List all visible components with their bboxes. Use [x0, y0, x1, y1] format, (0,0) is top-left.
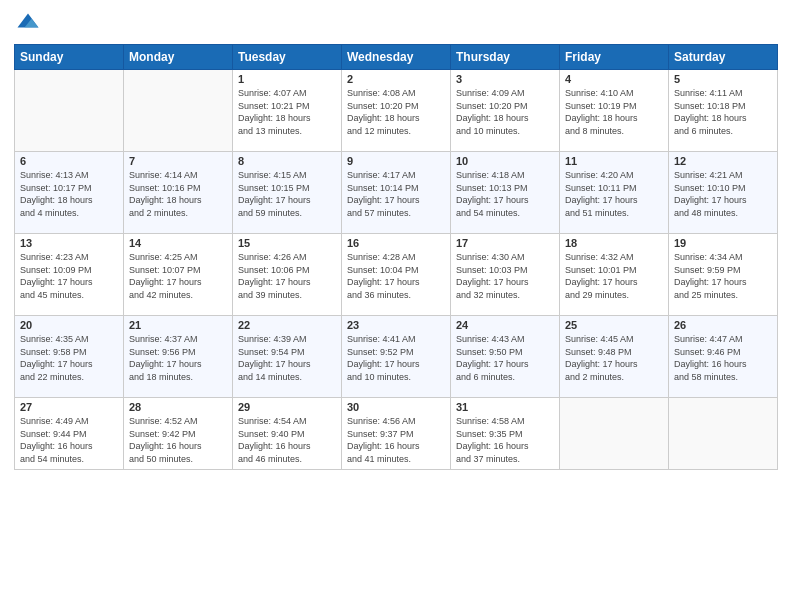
- day-info: Sunrise: 4:20 AM Sunset: 10:11 PM Daylig…: [565, 169, 663, 219]
- calendar-table: SundayMondayTuesdayWednesdayThursdayFrid…: [14, 44, 778, 470]
- calendar-day-cell: 21Sunrise: 4:37 AM Sunset: 9:56 PM Dayli…: [124, 316, 233, 398]
- day-number: 21: [129, 319, 227, 331]
- day-number: 5: [674, 73, 772, 85]
- day-info: Sunrise: 4:45 AM Sunset: 9:48 PM Dayligh…: [565, 333, 663, 383]
- day-number: 22: [238, 319, 336, 331]
- page: SundayMondayTuesdayWednesdayThursdayFrid…: [0, 0, 792, 612]
- day-info: Sunrise: 4:32 AM Sunset: 10:01 PM Daylig…: [565, 251, 663, 301]
- day-info: Sunrise: 4:30 AM Sunset: 10:03 PM Daylig…: [456, 251, 554, 301]
- calendar-day-cell: 30Sunrise: 4:56 AM Sunset: 9:37 PM Dayli…: [342, 398, 451, 470]
- day-info: Sunrise: 4:52 AM Sunset: 9:42 PM Dayligh…: [129, 415, 227, 465]
- day-info: Sunrise: 4:26 AM Sunset: 10:06 PM Daylig…: [238, 251, 336, 301]
- calendar-day-cell: 23Sunrise: 4:41 AM Sunset: 9:52 PM Dayli…: [342, 316, 451, 398]
- calendar-day-cell: 31Sunrise: 4:58 AM Sunset: 9:35 PM Dayli…: [451, 398, 560, 470]
- day-number: 7: [129, 155, 227, 167]
- day-info: Sunrise: 4:35 AM Sunset: 9:58 PM Dayligh…: [20, 333, 118, 383]
- calendar-day-cell: [560, 398, 669, 470]
- day-number: 16: [347, 237, 445, 249]
- day-info: Sunrise: 4:56 AM Sunset: 9:37 PM Dayligh…: [347, 415, 445, 465]
- day-info: Sunrise: 4:21 AM Sunset: 10:10 PM Daylig…: [674, 169, 772, 219]
- day-info: Sunrise: 4:07 AM Sunset: 10:21 PM Daylig…: [238, 87, 336, 137]
- day-info: Sunrise: 4:28 AM Sunset: 10:04 PM Daylig…: [347, 251, 445, 301]
- calendar-day-cell: 4Sunrise: 4:10 AM Sunset: 10:19 PM Dayli…: [560, 70, 669, 152]
- day-info: Sunrise: 4:17 AM Sunset: 10:14 PM Daylig…: [347, 169, 445, 219]
- day-number: 24: [456, 319, 554, 331]
- day-number: 20: [20, 319, 118, 331]
- calendar-day-cell: 22Sunrise: 4:39 AM Sunset: 9:54 PM Dayli…: [233, 316, 342, 398]
- day-info: Sunrise: 4:15 AM Sunset: 10:15 PM Daylig…: [238, 169, 336, 219]
- day-number: 27: [20, 401, 118, 413]
- day-number: 14: [129, 237, 227, 249]
- day-number: 30: [347, 401, 445, 413]
- calendar-day-cell: [15, 70, 124, 152]
- calendar-day-cell: 12Sunrise: 4:21 AM Sunset: 10:10 PM Dayl…: [669, 152, 778, 234]
- calendar-day-cell: [669, 398, 778, 470]
- day-number: 11: [565, 155, 663, 167]
- calendar-day-cell: 8Sunrise: 4:15 AM Sunset: 10:15 PM Dayli…: [233, 152, 342, 234]
- day-info: Sunrise: 4:10 AM Sunset: 10:19 PM Daylig…: [565, 87, 663, 137]
- day-number: 17: [456, 237, 554, 249]
- calendar-day-cell: 27Sunrise: 4:49 AM Sunset: 9:44 PM Dayli…: [15, 398, 124, 470]
- calendar-day-cell: [124, 70, 233, 152]
- calendar-day-cell: 16Sunrise: 4:28 AM Sunset: 10:04 PM Dayl…: [342, 234, 451, 316]
- day-info: Sunrise: 4:23 AM Sunset: 10:09 PM Daylig…: [20, 251, 118, 301]
- day-number: 3: [456, 73, 554, 85]
- calendar-day-cell: 10Sunrise: 4:18 AM Sunset: 10:13 PM Dayl…: [451, 152, 560, 234]
- day-number: 8: [238, 155, 336, 167]
- calendar-day-cell: 29Sunrise: 4:54 AM Sunset: 9:40 PM Dayli…: [233, 398, 342, 470]
- weekday-header-sunday: Sunday: [15, 45, 124, 70]
- day-number: 29: [238, 401, 336, 413]
- calendar-day-cell: 28Sunrise: 4:52 AM Sunset: 9:42 PM Dayli…: [124, 398, 233, 470]
- calendar-day-cell: 24Sunrise: 4:43 AM Sunset: 9:50 PM Dayli…: [451, 316, 560, 398]
- day-number: 12: [674, 155, 772, 167]
- day-info: Sunrise: 4:14 AM Sunset: 10:16 PM Daylig…: [129, 169, 227, 219]
- calendar-day-cell: 1Sunrise: 4:07 AM Sunset: 10:21 PM Dayli…: [233, 70, 342, 152]
- calendar-day-cell: 5Sunrise: 4:11 AM Sunset: 10:18 PM Dayli…: [669, 70, 778, 152]
- day-number: 23: [347, 319, 445, 331]
- calendar-week-row: 20Sunrise: 4:35 AM Sunset: 9:58 PM Dayli…: [15, 316, 778, 398]
- day-number: 15: [238, 237, 336, 249]
- calendar-day-cell: 18Sunrise: 4:32 AM Sunset: 10:01 PM Dayl…: [560, 234, 669, 316]
- calendar-day-cell: 6Sunrise: 4:13 AM Sunset: 10:17 PM Dayli…: [15, 152, 124, 234]
- header: [14, 10, 778, 38]
- day-number: 25: [565, 319, 663, 331]
- day-number: 26: [674, 319, 772, 331]
- calendar-day-cell: 11Sunrise: 4:20 AM Sunset: 10:11 PM Dayl…: [560, 152, 669, 234]
- calendar-day-cell: 3Sunrise: 4:09 AM Sunset: 10:20 PM Dayli…: [451, 70, 560, 152]
- day-info: Sunrise: 4:18 AM Sunset: 10:13 PM Daylig…: [456, 169, 554, 219]
- day-number: 10: [456, 155, 554, 167]
- day-number: 6: [20, 155, 118, 167]
- calendar-day-cell: 26Sunrise: 4:47 AM Sunset: 9:46 PM Dayli…: [669, 316, 778, 398]
- day-number: 2: [347, 73, 445, 85]
- weekday-header-wednesday: Wednesday: [342, 45, 451, 70]
- calendar-day-cell: 20Sunrise: 4:35 AM Sunset: 9:58 PM Dayli…: [15, 316, 124, 398]
- logo-icon: [14, 10, 42, 38]
- day-info: Sunrise: 4:58 AM Sunset: 9:35 PM Dayligh…: [456, 415, 554, 465]
- day-info: Sunrise: 4:54 AM Sunset: 9:40 PM Dayligh…: [238, 415, 336, 465]
- day-info: Sunrise: 4:37 AM Sunset: 9:56 PM Dayligh…: [129, 333, 227, 383]
- day-info: Sunrise: 4:39 AM Sunset: 9:54 PM Dayligh…: [238, 333, 336, 383]
- weekday-header-tuesday: Tuesday: [233, 45, 342, 70]
- calendar-day-cell: 15Sunrise: 4:26 AM Sunset: 10:06 PM Dayl…: [233, 234, 342, 316]
- weekday-header-monday: Monday: [124, 45, 233, 70]
- weekday-header-thursday: Thursday: [451, 45, 560, 70]
- day-number: 13: [20, 237, 118, 249]
- day-info: Sunrise: 4:11 AM Sunset: 10:18 PM Daylig…: [674, 87, 772, 137]
- day-number: 28: [129, 401, 227, 413]
- calendar-day-cell: 2Sunrise: 4:08 AM Sunset: 10:20 PM Dayli…: [342, 70, 451, 152]
- day-info: Sunrise: 4:43 AM Sunset: 9:50 PM Dayligh…: [456, 333, 554, 383]
- calendar-day-cell: 13Sunrise: 4:23 AM Sunset: 10:09 PM Dayl…: [15, 234, 124, 316]
- day-number: 18: [565, 237, 663, 249]
- day-number: 1: [238, 73, 336, 85]
- day-info: Sunrise: 4:25 AM Sunset: 10:07 PM Daylig…: [129, 251, 227, 301]
- day-number: 31: [456, 401, 554, 413]
- weekday-header-friday: Friday: [560, 45, 669, 70]
- calendar-week-row: 27Sunrise: 4:49 AM Sunset: 9:44 PM Dayli…: [15, 398, 778, 470]
- day-number: 19: [674, 237, 772, 249]
- calendar-week-row: 6Sunrise: 4:13 AM Sunset: 10:17 PM Dayli…: [15, 152, 778, 234]
- day-info: Sunrise: 4:13 AM Sunset: 10:17 PM Daylig…: [20, 169, 118, 219]
- day-info: Sunrise: 4:34 AM Sunset: 9:59 PM Dayligh…: [674, 251, 772, 301]
- calendar-day-cell: 19Sunrise: 4:34 AM Sunset: 9:59 PM Dayli…: [669, 234, 778, 316]
- calendar-day-cell: 25Sunrise: 4:45 AM Sunset: 9:48 PM Dayli…: [560, 316, 669, 398]
- day-info: Sunrise: 4:47 AM Sunset: 9:46 PM Dayligh…: [674, 333, 772, 383]
